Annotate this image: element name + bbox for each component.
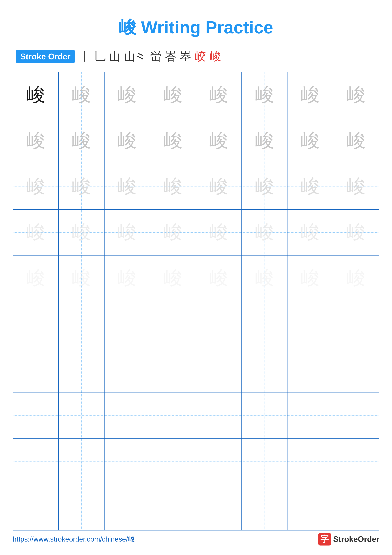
stroke-6: 峇 [165,49,177,64]
grid-cell: 峻 [242,256,287,301]
grid-cell: 峻 [59,118,104,164]
grid-cell: 峻 [287,118,333,164]
grid-cell-empty[interactable] [150,347,196,393]
grid-cell: 峻 [196,210,242,255]
grid-cell: 峻 [242,164,287,210]
grid-cell-empty[interactable] [287,347,333,393]
grid-cell-empty[interactable] [150,301,196,347]
stroke-3: 山 [109,49,121,64]
grid-cell: 峻 [105,118,150,164]
grid-cell: 峻 [150,210,196,255]
grid-cell-empty[interactable] [287,301,333,347]
grid-cell: 峻 [333,210,379,255]
grid-cell-empty[interactable] [287,438,333,484]
grid-cell-empty[interactable] [333,347,379,393]
grid-cell-empty[interactable] [242,484,287,530]
grid-cell-empty[interactable] [196,438,242,484]
grid-cell: 峻 [150,164,196,210]
grid-cell-empty[interactable] [333,301,379,347]
grid-cell: 峻 [13,118,59,164]
grid-cell: 峻 [242,210,287,255]
grid-cell: 峻 [13,210,59,255]
grid-cell: 峻 [59,72,104,118]
stroke-order-row: Stroke Order 丨 乚 山 山⺀ 峃 峇 峚 峧 峻 [13,49,379,64]
stroke-order-badge: Stroke Order [16,50,75,63]
grid-cell: 峻 [59,164,104,210]
stroke-7: 峚 [180,49,191,64]
grid-cell-empty[interactable] [150,393,196,438]
grid-cell: 峻 [150,72,196,118]
grid-cell: 峻 [105,72,150,118]
grid-cell: 峻 [150,256,196,301]
stroke-9: 峻 [210,49,221,64]
grid-cell: 峻 [287,256,333,301]
grid-cell-empty[interactable] [105,484,150,530]
grid-cell-empty[interactable] [242,438,287,484]
grid-cell: 峻 [287,164,333,210]
grid-cell-empty[interactable] [105,347,150,393]
grid-cell-empty[interactable] [287,484,333,530]
stroke-2: 乚 [94,49,106,64]
grid-cell-empty[interactable] [105,393,150,438]
strokeorder-icon: 字 [318,533,331,546]
grid-cell: 峻 [287,72,333,118]
grid-cell: 峻 [242,118,287,164]
footer-logo: 字 StrokeOrder [318,533,379,546]
stroke-4: 山⺀ [124,49,147,64]
grid-cell: 峻 [105,210,150,255]
grid-cell: 峻 [333,164,379,210]
grid-cell-empty[interactable] [242,301,287,347]
grid-cell-empty[interactable] [105,301,150,347]
grid-cell: 峻 [59,256,104,301]
grid-cell-empty[interactable] [59,393,104,438]
grid-cell-empty[interactable] [196,393,242,438]
grid-cell-empty[interactable] [105,438,150,484]
grid-cell: 峻 [59,210,104,255]
stroke-8: 峧 [195,49,206,64]
grid-cell: 峻 [196,72,242,118]
grid-cell: 峻 [196,256,242,301]
grid-cell: 峻 [333,118,379,164]
grid-cell-empty[interactable] [59,301,104,347]
grid-cell: 峻 [150,118,196,164]
grid-cell: 峻 [287,210,333,255]
grid-cell-empty[interactable] [59,484,104,530]
grid-cell-empty[interactable] [13,347,59,393]
page-title: 峻 Writing Practice [13,9,379,39]
grid-cell: 峻 [13,164,59,210]
grid-cell-empty[interactable] [150,438,196,484]
grid-cell-empty[interactable] [333,484,379,530]
grid-cell: 峻 [333,256,379,301]
footer-logo-text: StrokeOrder [333,535,379,544]
grid-cell-empty[interactable] [13,484,59,530]
grid-cell: 峻 [196,118,242,164]
grid-cell-empty[interactable] [333,393,379,438]
grid-cell: 峻 [333,72,379,118]
grid-cell-empty[interactable] [13,301,59,347]
grid-cell: 峻 [105,164,150,210]
grid-cell-empty[interactable] [13,438,59,484]
grid-cell-empty[interactable] [13,393,59,438]
grid-cell: 峻 [13,256,59,301]
stroke-1: 丨 [79,49,91,64]
grid-cell: 峻 [105,256,150,301]
footer-url: https://www.strokeorder.com/chinese/峻 [13,535,135,544]
grid-cell-empty[interactable] [287,393,333,438]
grid-cell-empty[interactable] [150,484,196,530]
grid-cell-empty[interactable] [196,484,242,530]
grid-cell: 峻 [196,164,242,210]
grid-cell: 峻 [13,72,59,118]
grid-cell-empty[interactable] [59,347,104,393]
grid-cell-empty[interactable] [333,438,379,484]
grid-cell-empty[interactable] [59,438,104,484]
grid-cell: 峻 [242,72,287,118]
grid-cell-empty[interactable] [196,301,242,347]
grid-cell-empty[interactable] [242,393,287,438]
grid-cell-empty[interactable] [196,347,242,393]
stroke-5: 峃 [150,49,162,64]
footer: https://www.strokeorder.com/chinese/峻 字 … [13,533,379,546]
practice-grid: 峻 峻 峻 峻 峻 峻 峻 峻 峻 峻 峻 峻 峻 峻 峻 峻 峻 峻 峻 峻 … [13,72,379,531]
stroke-chars: 丨 乚 山 山⺀ 峃 峇 峚 峧 峻 [79,49,221,64]
grid-cell-empty[interactable] [242,347,287,393]
